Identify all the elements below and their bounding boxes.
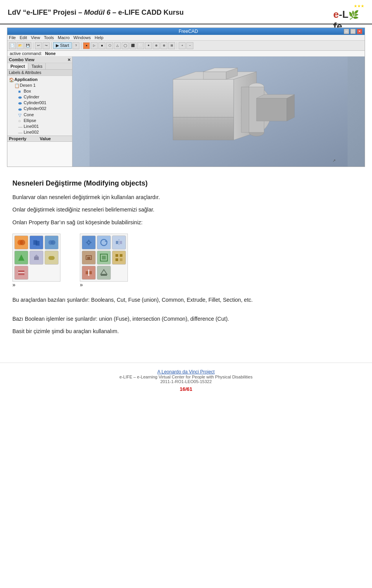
icon-section[interactable] [14, 266, 28, 280]
menu-windows[interactable]: Windows [74, 35, 91, 40]
cone-icon: ▽ [18, 113, 23, 117]
title-module: Modül 6 [84, 9, 110, 16]
icon-fuse[interactable] [45, 236, 59, 249]
page-footer: A Leonardo da Vinci Project e-LIFE – e-L… [0, 363, 372, 398]
close-button[interactable]: ✕ [357, 29, 362, 34]
app-icon: 🏠 [9, 77, 14, 82]
toolbar-start[interactable]: ▶ Start [53, 42, 72, 49]
tree-ellipse[interactable]: ○Ellipse [8, 118, 71, 124]
svg-rect-46 [120, 258, 122, 261]
icon-split[interactable] [82, 266, 96, 280]
toolbar-view2[interactable]: − [186, 42, 193, 49]
svg-rect-37 [120, 241, 122, 244]
toolbar-save[interactable]: 💾 [24, 42, 31, 49]
more-arrow-right: » [80, 282, 128, 288]
content-area: Nesneleri Değiştirme (Modifying objects)… [0, 170, 372, 347]
footer-org2: 2011-1-RO1-LEO05-15322 [6, 379, 366, 384]
property-col-name: Property [9, 136, 40, 141]
toolbar-undo[interactable]: ↩ [35, 42, 42, 49]
tree-area[interactable]: 🏠Application 📋Desen 1 ■Box ⬬Cylinder ⬬Cy… [7, 76, 72, 136]
toolbar-draw8[interactable]: ⬜ [137, 42, 144, 49]
toolbar-draw5[interactable]: △ [114, 42, 121, 49]
tab-project[interactable]: Project [7, 63, 28, 69]
icon-boolean[interactable] [14, 236, 28, 249]
footer-org1: e-LIFE – e-Learning Virtual Center for P… [6, 375, 366, 379]
menu-view[interactable]: View [31, 35, 40, 40]
menu-tools[interactable]: Tools [44, 35, 54, 40]
toolbar-draw1[interactable]: ● [83, 42, 90, 49]
tree-cone[interactable]: ▽Cone [8, 112, 71, 118]
logo: ★★★ e-L🌿fe [333, 4, 364, 21]
panel-close-icon[interactable]: ✕ [67, 58, 71, 62]
icon-offset[interactable] [82, 251, 96, 265]
icon-move[interactable] [82, 236, 96, 249]
minimize-button[interactable]: – [344, 29, 349, 34]
toolbar-view1[interactable]: + [179, 42, 186, 49]
tree-line001[interactable]: —Line001 [8, 124, 71, 129]
icon-fillet[interactable] [45, 251, 59, 265]
icon-common[interactable] [14, 251, 28, 265]
tree-cylinder[interactable]: ⬬Cylinder [8, 94, 71, 100]
toolbar-sep2 [51, 42, 52, 49]
svg-rect-43 [115, 254, 118, 257]
menu-macro[interactable]: Macro [58, 35, 70, 40]
cylinder002-icon: ⬬ [18, 107, 23, 112]
toolbar-draw3[interactable]: ■ [98, 42, 105, 49]
tree-application: 🏠Application [8, 77, 71, 83]
maximize-button[interactable]: □ [350, 29, 356, 34]
svg-rect-25 [34, 257, 39, 260]
menu-file[interactable]: File [9, 35, 16, 40]
svg-rect-21 [36, 241, 40, 246]
viewport-3d-scene: ↗ [72, 57, 365, 167]
freecad-title-text: FreeCAD [33, 29, 344, 34]
freecad-toolbar: 📄 📂 💾 ↩ ↪ ▶ Start ? ● ▷ ■ ⬡ △ ◯ ⬛ ⬜ ✦ ⊕ … [7, 41, 365, 51]
toolbar-draw11[interactable]: ⊗ [160, 42, 167, 49]
footer-project-link[interactable]: A Leonardo da Vinci Project [157, 369, 215, 375]
icon-cut[interactable] [29, 236, 43, 249]
tree-cylinder002[interactable]: ⬬Cylinder002 [8, 106, 71, 112]
icon-scale[interactable] [97, 251, 111, 265]
para3: Onları Property Bar’ın sağ üst köşesinde… [12, 218, 360, 227]
page-header: LdV “e-LIFE” Projesi – Modül 6 – e-LIFE … [0, 0, 372, 24]
svg-rect-45 [115, 258, 118, 261]
icon-rotate[interactable] [97, 236, 111, 249]
svg-rect-40 [87, 257, 90, 259]
window-controls[interactable]: – □ ✕ [344, 29, 362, 34]
menu-help[interactable]: Help [95, 35, 103, 40]
toolbar-draw2[interactable]: ▷ [91, 42, 98, 49]
toolbar-draw6[interactable]: ◯ [122, 42, 129, 49]
active-command-value: None [45, 51, 56, 56]
freecad-cmdbar: active command: None [7, 51, 365, 57]
icon-array[interactable] [112, 251, 126, 265]
svg-marker-1 [173, 79, 234, 117]
box-icon: ■ [18, 89, 23, 94]
toolbar-draw7[interactable]: ⬛ [129, 42, 136, 49]
svg-marker-2 [173, 117, 234, 140]
toolbar-redo[interactable]: ↪ [43, 42, 50, 49]
icon-empty2 [45, 266, 59, 280]
tab-tasks[interactable]: Tasks [28, 63, 46, 69]
svg-marker-5 [203, 72, 226, 79]
menu-edit[interactable]: Edit [20, 35, 27, 40]
tree-cylinder001[interactable]: ⬬Cylinder001 [8, 100, 71, 106]
toolbar-draw9[interactable]: ✦ [145, 42, 152, 49]
tree-drawing[interactable]: 📋Desen 1 [8, 83, 71, 88]
toolbar-draw12[interactable]: ⊞ [168, 42, 175, 49]
line002-icon: — [18, 130, 23, 135]
icon-mirror[interactable] [112, 236, 126, 249]
toolbar-draw4[interactable]: ⬡ [106, 42, 113, 49]
tree-line002[interactable]: —Line002 [8, 129, 71, 135]
toolbar-new[interactable]: 📄 [9, 42, 16, 49]
toolbar-draw10[interactable]: ⊕ [153, 42, 160, 49]
icon-project[interactable] [97, 266, 111, 280]
freecad-viewport[interactable]: ↗ [72, 57, 365, 167]
tree-box[interactable]: ■Box [8, 88, 71, 94]
icon-extrude[interactable] [29, 251, 43, 265]
section-title: Nesneleri Değiştirme (Modifying objects) [12, 179, 360, 187]
freecad-menubar: File Edit View Tools Macro Windows Help [7, 35, 365, 41]
toolbar-open[interactable]: 📂 [17, 42, 24, 49]
toolbar-help[interactable]: ? [72, 42, 79, 49]
page-title: LdV “e-LIFE” Projesi – Modül 6 – e-LIFE … [8, 9, 184, 17]
svg-text:↗: ↗ [332, 158, 336, 163]
drawing-icon: 📋 [14, 83, 19, 88]
